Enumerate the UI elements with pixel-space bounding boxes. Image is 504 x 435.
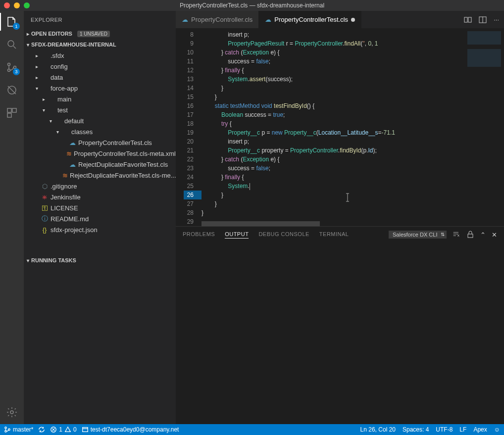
- clear-output-icon[interactable]: [453, 231, 460, 239]
- tree-item[interactable]: ▾classes: [24, 126, 176, 137]
- search-icon[interactable]: [5, 38, 19, 51]
- chevron-icon: ▾: [34, 86, 40, 91]
- panel-tab[interactable]: OUTPUT: [225, 231, 249, 239]
- indentation[interactable]: Spaces: 4: [403, 426, 429, 433]
- editor-tabs: ☁PropertyController.cls☁PropertyControll…: [176, 11, 504, 28]
- svg-rect-12: [468, 234, 473, 238]
- editor[interactable]: 8910111213141516171819202122232425262728…: [176, 28, 504, 226]
- git-branch[interactable]: master*: [4, 426, 33, 433]
- panel-maximize-icon[interactable]: ⌃: [480, 231, 486, 239]
- explorer-icon[interactable]: 1: [5, 15, 19, 29]
- tree-item[interactable]: ▾force-app: [24, 83, 176, 94]
- svg-rect-17: [82, 428, 88, 432]
- chevron-down-icon: ▾: [27, 258, 29, 263]
- tree-item-label: main: [57, 96, 71, 103]
- sync-icon[interactable]: [38, 426, 45, 433]
- minimap[interactable]: [464, 28, 504, 226]
- editor-tab[interactable]: ☁PropertyController.cls: [176, 11, 259, 28]
- status-bar: master* 1 0 test-dt7eeca0eyd0@company.ne…: [0, 424, 504, 435]
- svg-point-8: [10, 411, 13, 414]
- cursor-position[interactable]: Ln 26, Col 20: [360, 426, 396, 433]
- svg-rect-7: [7, 113, 11, 117]
- chevron-icon: ▾: [48, 118, 53, 124]
- tree-item[interactable]: ☁RejectDuplicateFavoriteTest.cls: [24, 159, 176, 170]
- panel-tab[interactable]: PROBLEMS: [183, 231, 215, 239]
- tree-item[interactable]: ⬡.gitignore: [24, 181, 176, 192]
- tree-item[interactable]: ≋RejectDuplicateFavoriteTest.cls-me...: [24, 170, 176, 181]
- tree-item-label: test: [57, 106, 68, 114]
- bottom-panel: PROBLEMSOUTPUTDEBUG CONSOLETERMINAL Sale…: [176, 226, 504, 424]
- eol[interactable]: LF: [459, 426, 466, 433]
- chevron-icon: ▸: [34, 53, 40, 58]
- line-numbers: 8910111213141516171819202122232425262728…: [176, 28, 202, 226]
- window-minimize-icon[interactable]: [14, 2, 20, 8]
- chevron-down-icon: ▾: [27, 42, 29, 48]
- horizontal-scrollbar[interactable]: [202, 221, 464, 226]
- title-bar: PropertyControllerTest.cls — sfdx-dreamh…: [0, 0, 504, 11]
- file-icon: {}: [41, 226, 49, 234]
- split-editor-icon[interactable]: [479, 16, 487, 24]
- tree-item[interactable]: ☁PropertyControllerTest.cls: [24, 137, 176, 148]
- lock-scroll-icon[interactable]: [466, 231, 474, 239]
- panel-tabs: PROBLEMSOUTPUTDEBUG CONSOLETERMINAL Sale…: [176, 227, 504, 242]
- tree-item[interactable]: ⛯Jenkinsfile: [24, 192, 176, 202]
- org-status[interactable]: test-dt7eeca0eyd0@company.net: [82, 426, 179, 433]
- project-section[interactable]: ▾ SFDX-DREAMHOUSE-INTERNAL: [24, 39, 176, 50]
- language-mode[interactable]: Apex: [473, 426, 487, 433]
- tree-item[interactable]: ▸config: [24, 61, 176, 72]
- editor-tab[interactable]: ☁PropertyControllerTest.cls: [259, 11, 361, 28]
- tree-item[interactable]: ▾test: [24, 104, 176, 115]
- tree-item[interactable]: ⚿LICENSE: [24, 202, 176, 213]
- svg-rect-9: [464, 17, 467, 22]
- tree-item[interactable]: {}sfdx-project.json: [24, 224, 176, 235]
- running-tasks-section[interactable]: ▾ RUNNING TASKS: [24, 255, 176, 266]
- tree-item-label: .sfdx: [50, 52, 64, 59]
- tree-item[interactable]: ▸main: [24, 94, 176, 104]
- activity-bar: 1 3: [0, 11, 24, 424]
- chevron-icon: ▾: [54, 129, 60, 135]
- tree-item[interactable]: ▸.sfdx: [24, 50, 176, 61]
- unsaved-badge: 1 UNSAVED: [77, 31, 110, 37]
- more-icon[interactable]: ···: [494, 16, 499, 23]
- panel-tab[interactable]: TERMINAL: [319, 231, 349, 239]
- svg-rect-5: [7, 108, 11, 112]
- panel-close-icon[interactable]: ✕: [492, 231, 497, 239]
- svg-point-1: [8, 63, 10, 66]
- panel-tab[interactable]: DEBUG CONSOLE: [258, 231, 309, 239]
- window-close-icon[interactable]: [4, 2, 10, 8]
- tree-item-label: config: [50, 63, 68, 70]
- tree-item-label: RejectDuplicateFavoriteTest.cls: [78, 161, 168, 168]
- svg-rect-6: [12, 108, 16, 112]
- tree-item[interactable]: ▸data: [24, 72, 176, 83]
- explorer-badge: 1: [13, 23, 20, 30]
- sidebar-header: EXPLORER: [24, 11, 176, 28]
- file-icon: ≋: [62, 172, 68, 179]
- tree-item[interactable]: ▾default: [24, 115, 176, 126]
- code-content[interactable]: insert p; PropertyPagedResult r = Proper…: [202, 28, 464, 226]
- encoding[interactable]: UTF-8: [436, 426, 453, 433]
- file-icon: ☁: [265, 16, 271, 23]
- output-channel-select[interactable]: Salesforce DX CLI: [389, 231, 447, 239]
- tree-item-label: RejectDuplicateFavoriteTest.cls-me...: [70, 172, 176, 179]
- tree-item[interactable]: ⓘREADME.md: [24, 213, 176, 224]
- window-zoom-icon[interactable]: [24, 2, 30, 8]
- settings-gear-icon[interactable]: [5, 405, 19, 419]
- compare-icon[interactable]: [464, 16, 472, 24]
- file-icon: ☁: [68, 161, 76, 168]
- debug-icon[interactable]: [5, 83, 19, 97]
- sidebar: EXPLORER ▸ OPEN EDITORS 1 UNSAVED ▾ SFDX…: [24, 11, 176, 424]
- open-editors-section[interactable]: ▸ OPEN EDITORS 1 UNSAVED: [24, 28, 176, 39]
- tab-label: PropertyController.cls: [191, 16, 252, 23]
- problems-status[interactable]: 1 0: [50, 426, 76, 433]
- tree-item[interactable]: ≋PropertyControllerTest.cls-meta.xml: [24, 148, 176, 159]
- scm-icon[interactable]: 3: [5, 60, 19, 74]
- tree-item-label: .gitignore: [50, 183, 77, 190]
- chevron-icon: ▸: [41, 97, 47, 102]
- file-icon: ⓘ: [41, 214, 49, 223]
- file-icon: ☁: [182, 16, 188, 23]
- extensions-icon[interactable]: [5, 106, 19, 120]
- chevron-right-icon: ▸: [27, 31, 29, 37]
- svg-point-14: [5, 431, 7, 433]
- feedback-icon[interactable]: ☺: [494, 426, 500, 433]
- file-icon: ⛯: [41, 193, 49, 201]
